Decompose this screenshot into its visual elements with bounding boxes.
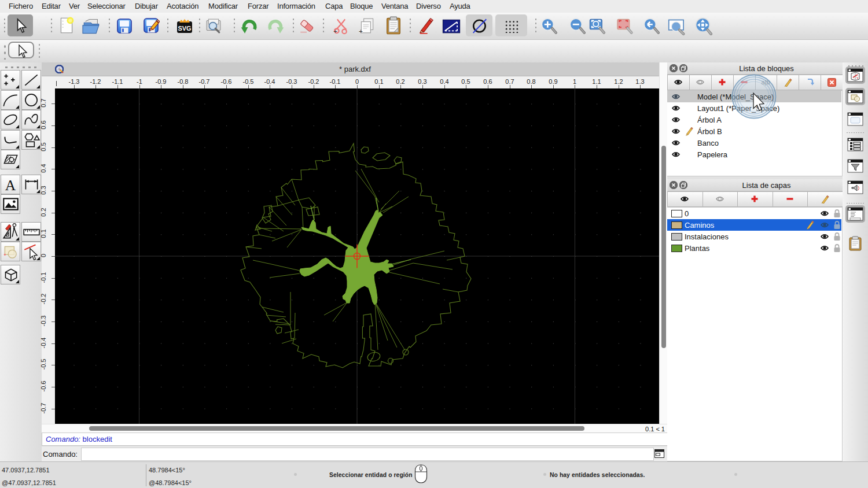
svg-text:A: A	[5, 177, 16, 194]
svg-text:SVG: SVG	[178, 25, 191, 32]
svg-text:+: +	[333, 28, 337, 35]
svg-text:+: +	[359, 27, 363, 35]
